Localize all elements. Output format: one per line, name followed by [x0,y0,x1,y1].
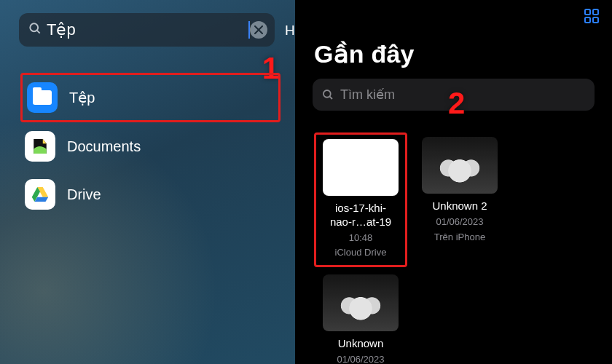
search-row: Hủy [0,0,295,47]
files-app-panel: Gần đây Tìm kiếm 2 ios-17-khi- nao-r…at-… [295,0,612,364]
result-drive-app[interactable]: Drive [20,170,280,218]
files-app-icon [27,82,58,113]
file-thumbnail [422,137,498,194]
file-name: Unknown [338,337,384,351]
tutorial-composite: Hủy 1 Tệp Documents Drive [0,0,612,364]
result-label: Documents [67,138,141,155]
svg-point-0 [30,23,38,31]
svg-point-9 [323,90,331,98]
svg-rect-5 [585,9,590,15]
svg-rect-8 [593,17,598,23]
svg-rect-7 [585,17,590,23]
spotlight-panel: Hủy 1 Tệp Documents Drive [0,0,295,364]
drive-app-icon [25,179,55,210]
page-title: Gần đây [295,7,612,79]
spotlight-search-field[interactable] [19,13,275,47]
annotation-step-2: 2 [448,86,465,121]
file-thumbnail [323,274,399,331]
result-label: Drive [67,186,101,203]
file-thumbnail [323,139,399,196]
svg-line-1 [37,31,40,33]
grid-icon [583,7,600,25]
recents-grid: ios-17-khi- nao-r…at-19 10:48 iCloud Dri… [295,111,612,364]
clear-search-button[interactable] [250,21,267,39]
file-location: Trên iPhone [434,232,485,244]
result-files-app[interactable]: Tệp [20,73,280,122]
result-documents-app[interactable]: Documents [20,122,280,170]
documents-app-icon [25,131,55,162]
file-location: iCloud Drive [335,247,387,259]
search-results: Tệp Documents Drive [0,47,295,218]
file-item[interactable]: Unknown 2 01/06/2023 Trên iPhone [413,132,506,267]
file-time: 01/06/2023 [337,354,384,364]
close-icon [254,25,263,34]
search-icon [321,88,334,101]
file-item[interactable]: ios-17-khi- nao-r…at-19 10:48 iCloud Dri… [314,132,407,267]
file-time: 01/06/2023 [436,216,483,229]
search-icon [28,21,42,39]
file-time: 10:48 [349,232,373,245]
svg-rect-6 [593,9,598,15]
file-item[interactable]: Unknown 01/06/2023 Trên iPhone [314,270,407,364]
svg-line-10 [329,96,332,99]
result-label: Tệp [69,89,95,106]
layout-toggle-button[interactable] [583,7,600,28]
search-placeholder: Tìm kiếm [340,87,395,103]
file-name: Unknown 2 [432,199,487,213]
search-input[interactable] [42,20,251,39]
file-name: ios-17-khi- nao-r…at-19 [330,202,391,229]
